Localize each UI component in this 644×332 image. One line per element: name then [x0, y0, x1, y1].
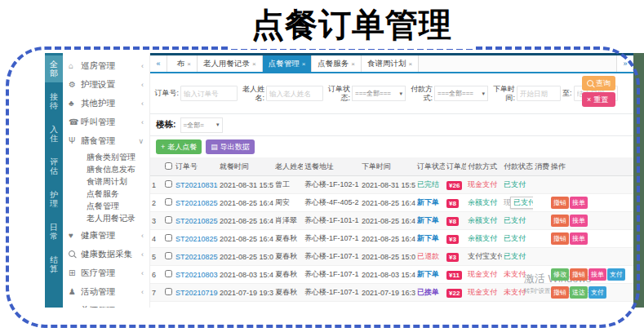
close-icon[interactable]: ×	[409, 60, 413, 68]
order-link[interactable]: ST2021071900	[175, 289, 218, 297]
vertical-nav-item[interactable]: 入住	[45, 121, 63, 148]
row-checkbox[interactable]	[165, 216, 172, 224]
deliver-button[interactable]: 送达	[570, 286, 588, 299]
vertical-nav-item[interactable]: 结算	[45, 251, 63, 278]
select-all-checkbox[interactable]	[165, 162, 172, 170]
cancel-button[interactable]: 撤销	[551, 232, 569, 245]
sidebar-item-label: 膳食管理	[81, 135, 138, 147]
tab-item[interactable]: 点餐服务×	[312, 55, 362, 72]
order-status-value: ===全部===	[355, 89, 391, 98]
filter-buttons: 查询 × 重置	[582, 76, 615, 107]
vertical-nav-item[interactable]: 日常	[45, 219, 63, 246]
pay-button[interactable]: 支付	[588, 286, 606, 299]
export-data-button[interactable]: ▤ 导出数据	[206, 139, 255, 154]
cancel-button[interactable]: 撤销	[551, 215, 569, 227]
sidebar-item[interactable]: ⊞医疗管理‹	[63, 263, 149, 282]
search-button[interactable]: 查询	[582, 76, 615, 91]
sidebar-menu: ⌂巡房管理‹⚙护理设置‹♣其他护理‹☎呼叫管理‹Ψ膳食管理∨膳食类别管理膳食信息…	[63, 53, 150, 308]
tab-item[interactable]: 老人用餐记录×	[198, 55, 263, 72]
sidebar-item[interactable]: ⚙护理设置‹	[63, 75, 149, 94]
caret-down-icon: ▾	[482, 91, 485, 97]
sidebar-item[interactable]: ⌂巡房管理‹	[63, 56, 149, 75]
row-checkbox[interactable]	[165, 288, 172, 295]
phone-icon: ☎	[69, 117, 81, 126]
vertical-nav-item[interactable]: 护理	[45, 186, 63, 213]
order-link[interactable]: ST2021082500	[175, 235, 218, 243]
sidebar-item[interactable]: ☎呼叫管理‹	[63, 113, 149, 131]
sidebar-subitem[interactable]: 膳食信息发布	[63, 163, 149, 175]
row-checkbox[interactable]	[165, 198, 172, 206]
pay-status-cell: 现已支付	[502, 194, 533, 212]
accept-button[interactable]: 接单	[570, 215, 588, 227]
order-link[interactable]: ST2021080300	[175, 271, 218, 279]
accept-button[interactable]: 接单	[570, 232, 588, 245]
vertical-nav-item[interactable]: 接待	[45, 88, 63, 115]
start-date-input[interactable]	[517, 86, 561, 101]
order-link[interactable]: ST2021082500	[175, 217, 218, 225]
accept-button[interactable]: 接单	[588, 268, 606, 281]
sidebar-subitem[interactable]: 点餐服务	[63, 188, 149, 200]
pay-method-label: 付款方式:	[408, 85, 433, 102]
sidebar-item[interactable]: 健康数据采集‹	[63, 245, 149, 263]
tab-item[interactable]: 点餐管理×	[263, 55, 313, 72]
sidebar-submenu: 膳食类别管理膳食信息发布食谱周计划点餐服务点餐管理老人用餐记录	[63, 150, 149, 226]
order-time-label: 下单时间:	[491, 85, 515, 102]
row-checkbox[interactable]	[165, 180, 172, 188]
sidebar-subitem[interactable]: 老人用餐记录	[63, 212, 149, 224]
sidebar-subitem[interactable]: 膳食类别管理	[63, 151, 149, 163]
row-checkbox[interactable]	[165, 270, 172, 277]
sidebar-item[interactable]: ♟活动管理‹	[63, 282, 149, 301]
pay-method-select[interactable]: ===全部=== ▾	[434, 86, 488, 101]
tab-label: 食谱周计划	[367, 59, 406, 69]
pay-button[interactable]: 支付	[607, 268, 625, 281]
cancel-button[interactable]: 撤销	[570, 268, 588, 281]
close-icon[interactable]: ×	[351, 60, 355, 68]
tab-scroll-left-icon[interactable]: «	[150, 55, 167, 72]
actions-cell: 撤销接单	[549, 212, 633, 230]
utensils-icon: Ψ	[69, 136, 81, 145]
tab-item[interactable]: 食谱周计划×	[362, 55, 419, 72]
row-checkbox[interactable]	[165, 252, 172, 259]
close-icon[interactable]: ×	[302, 60, 306, 68]
sidebar-item-label: 医疗管理	[81, 268, 141, 279]
reset-button[interactable]: × 重置	[582, 92, 615, 107]
row-number: 5	[150, 248, 162, 266]
table-row: 1ST20210831002021-08-31 15:5曾工养心楼-1F-102…	[150, 176, 633, 194]
meal-time-cell: 2021-07-19 19:3	[218, 284, 273, 302]
order-link[interactable]: ST2021082500	[175, 199, 218, 207]
price-badge: ¥3	[446, 235, 459, 244]
vertical-nav-item[interactable]: 全部	[45, 55, 63, 82]
sidebar-item[interactable]: Ψ膳食管理∨	[63, 131, 149, 150]
order-time-cell: 2021-08-25 16:4	[360, 230, 415, 248]
cancel-button[interactable]: 撤销	[551, 286, 569, 299]
accept-button[interactable]: 接单	[570, 197, 588, 209]
vertical-nav-item[interactable]: 评估	[45, 153, 63, 180]
sidebar-item[interactable]: ♣其他护理‹	[63, 94, 149, 113]
column-header: 下单时间	[360, 157, 415, 176]
pay-method-text: 现金支付	[468, 270, 497, 278]
order-link[interactable]: ST2021083100	[175, 181, 218, 189]
sidebar-subitem[interactable]: 点餐管理	[63, 200, 149, 212]
address-cell: 养心楼-4F-405-2	[303, 194, 360, 212]
order-status-select[interactable]: ===全部=== ▾	[352, 86, 406, 101]
building-select[interactable]: =全部= ▾	[180, 117, 223, 133]
close-icon[interactable]: ×	[252, 60, 256, 68]
order-link[interactable]: ST2021082500	[175, 253, 218, 261]
order-no-input[interactable]	[180, 86, 238, 101]
edit-button[interactable]: 修改	[551, 268, 569, 281]
close-icon: ×	[587, 95, 591, 104]
row-checkbox[interactable]	[165, 234, 172, 241]
sidebar-item[interactable]: ♥健康管理‹	[63, 226, 149, 245]
cancel-button[interactable]: 撤销	[551, 197, 569, 209]
order-status-text: 已完结	[417, 180, 439, 188]
elder-name-input[interactable]	[266, 86, 323, 101]
pay-method-cell: 现金支付	[466, 176, 502, 194]
order-status-cell: 已退款	[415, 248, 445, 266]
close-icon[interactable]: ×	[187, 60, 191, 68]
tab-scroll-right-icon[interactable]: »	[616, 55, 633, 72]
sidebar-item[interactable]: ♥关怀管理‹	[63, 301, 149, 308]
row-select-cell	[162, 284, 174, 302]
sidebar-subitem[interactable]: 食谱周计划	[63, 175, 149, 188]
tab-item-partial[interactable]: 布×	[167, 55, 198, 72]
add-elder-order-button[interactable]: + 老人点餐	[156, 139, 202, 154]
